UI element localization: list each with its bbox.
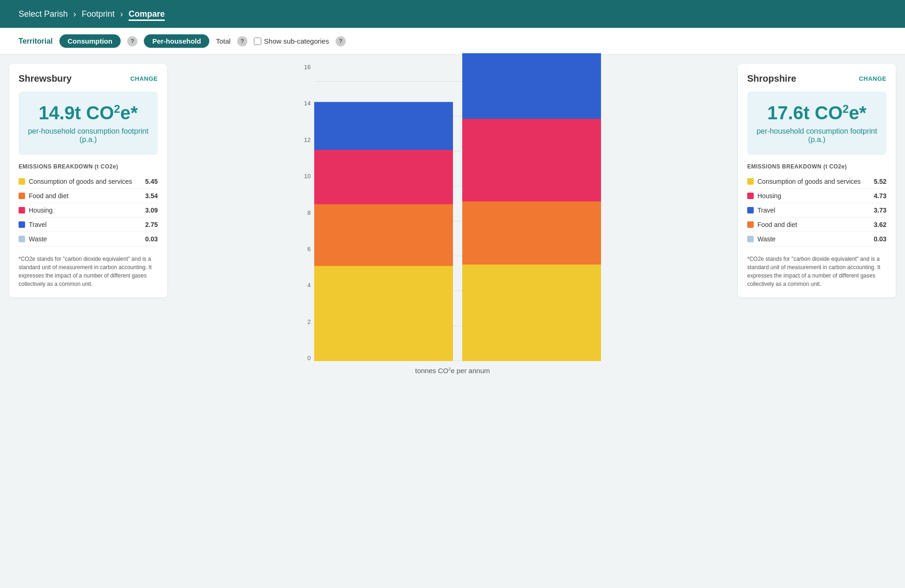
bar-segment bbox=[462, 53, 601, 118]
left-panel-title: Shrewsbury bbox=[19, 73, 71, 84]
emission-label: Waste bbox=[29, 235, 142, 243]
nav-compare[interactable]: Compare bbox=[129, 7, 165, 21]
right-footnote: *CO2e stands for "carbon dioxide equival… bbox=[747, 255, 886, 288]
left-change-link[interactable]: CHANGE bbox=[130, 75, 158, 82]
show-subcategories-checkbox[interactable] bbox=[254, 38, 261, 45]
consumption-help-icon[interactable]: ? bbox=[127, 36, 137, 46]
emission-value: 0.03 bbox=[874, 235, 886, 243]
color-swatch bbox=[747, 178, 754, 185]
left-footnote: *CO2e stands for "carbon dioxide equival… bbox=[19, 255, 158, 288]
y-axis-label: 12 bbox=[304, 137, 310, 143]
emission-label: Waste bbox=[757, 235, 870, 243]
emission-value: 5.52 bbox=[874, 178, 886, 185]
show-subcategories-area: Show sub-categories bbox=[254, 37, 329, 45]
bar-segment bbox=[462, 201, 601, 265]
emission-label: Food and diet bbox=[757, 221, 870, 228]
y-axis: 0246810121416 bbox=[304, 64, 314, 361]
nav-sep-2: › bbox=[120, 9, 123, 19]
color-swatch bbox=[747, 221, 754, 228]
right-co2-box: 17.6t CO2e* per-household consumption fo… bbox=[747, 91, 886, 155]
chart-wrapper: 0246810121416 bbox=[304, 64, 601, 361]
emission-value: 2.75 bbox=[145, 221, 158, 228]
list-item: Housing 3.09 bbox=[19, 203, 158, 218]
show-subcategories-label: Show sub-categories bbox=[264, 37, 329, 45]
chart-x-label: tonnes CO2e per annum bbox=[415, 367, 490, 375]
chart-area: 0246810121416 tonnes CO2e per annum bbox=[167, 64, 738, 375]
list-item: Food and diet 3.62 bbox=[747, 218, 886, 232]
bars-container bbox=[314, 64, 601, 361]
nav-footprint[interactable]: Footprint bbox=[82, 7, 115, 21]
y-axis-label: 0 bbox=[307, 355, 310, 361]
left-emissions-title: EMISSIONS BREAKDOWN (t CO2e) bbox=[19, 163, 158, 170]
main-content: Shrewsbury CHANGE 14.9t CO2e* per-househ… bbox=[0, 55, 905, 587]
consumption-button[interactable]: Consumption bbox=[59, 34, 121, 48]
emission-label: Housing bbox=[757, 192, 870, 200]
nav-select-parish[interactable]: Select Parish bbox=[19, 7, 68, 21]
color-swatch bbox=[747, 207, 754, 213]
right-co2-sub: per-household consumption footprint (p.a… bbox=[755, 127, 879, 144]
bar-stack bbox=[462, 53, 601, 361]
list-item: Travel 2.75 bbox=[19, 218, 158, 232]
nav-sep-1: › bbox=[73, 9, 76, 19]
emission-label: Consumption of goods and services bbox=[757, 178, 870, 185]
color-swatch bbox=[747, 193, 754, 199]
y-axis-label: 14 bbox=[304, 100, 310, 106]
emission-value: 0.03 bbox=[145, 235, 158, 243]
bar-segment bbox=[314, 266, 453, 361]
list-item: Waste 0.03 bbox=[19, 232, 158, 246]
y-axis-label: 8 bbox=[307, 210, 310, 216]
list-item: Food and diet 3.54 bbox=[19, 189, 158, 203]
y-axis-label: 6 bbox=[307, 246, 310, 252]
left-panel: Shrewsbury CHANGE 14.9t CO2e* per-househ… bbox=[9, 64, 167, 297]
emission-value: 4.73 bbox=[874, 192, 886, 200]
y-axis-label: 4 bbox=[307, 282, 310, 288]
bar-segment bbox=[314, 102, 453, 150]
emission-value: 5.45 bbox=[145, 178, 158, 185]
emission-label: Travel bbox=[757, 207, 870, 214]
bar-segment bbox=[462, 119, 601, 201]
bar-col bbox=[462, 64, 601, 361]
right-co2-value: 17.6t CO2e* bbox=[755, 103, 879, 123]
right-panel-title: Shropshire bbox=[747, 73, 796, 84]
y-axis-label: 16 bbox=[304, 64, 310, 70]
top-navigation: Select Parish › Footprint › Compare bbox=[0, 0, 905, 28]
emission-value: 3.62 bbox=[874, 221, 886, 228]
color-swatch bbox=[19, 236, 25, 242]
right-emissions-list: Consumption of goods and services 5.52 H… bbox=[747, 174, 886, 246]
bar-stack bbox=[314, 102, 453, 361]
color-swatch bbox=[19, 178, 25, 185]
emission-value: 3.09 bbox=[145, 207, 158, 214]
right-change-link[interactable]: CHANGE bbox=[859, 75, 886, 82]
left-co2-sub: per-household consumption footprint (p.a… bbox=[26, 127, 150, 144]
subcategories-help-icon[interactable]: ? bbox=[336, 36, 346, 46]
color-swatch bbox=[747, 236, 754, 242]
left-co2-value: 14.9t CO2e* bbox=[26, 103, 150, 123]
emission-label: Consumption of goods and services bbox=[29, 178, 142, 185]
list-item: Consumption of goods and services 5.52 bbox=[747, 174, 886, 189]
list-item: Housing 4.73 bbox=[747, 189, 886, 203]
emission-label: Travel bbox=[29, 221, 142, 228]
bar-segment bbox=[314, 150, 453, 204]
emission-value: 3.54 bbox=[145, 192, 158, 200]
y-axis-label: 10 bbox=[304, 173, 310, 179]
total-help-icon[interactable]: ? bbox=[237, 36, 247, 46]
right-panel: Shropshire CHANGE 17.6t CO2e* per-househ… bbox=[738, 64, 896, 297]
left-co2-box: 14.9t CO2e* per-household consumption fo… bbox=[19, 91, 158, 155]
emission-label: Housing bbox=[29, 207, 142, 214]
left-emissions-list: Consumption of goods and services 5.45 F… bbox=[19, 174, 158, 246]
y-axis-label: 2 bbox=[307, 319, 310, 325]
toolbar: Territorial Consumption ? Per-household … bbox=[0, 28, 905, 55]
list-item: Travel 3.73 bbox=[747, 203, 886, 218]
total-tab[interactable]: Total bbox=[216, 37, 231, 45]
bar-segment bbox=[314, 204, 453, 266]
right-emissions-title: EMISSIONS BREAKDOWN (t CO2e) bbox=[747, 163, 886, 170]
color-swatch bbox=[19, 207, 25, 213]
color-swatch bbox=[19, 193, 25, 199]
emission-value: 3.73 bbox=[874, 207, 886, 214]
per-household-button[interactable]: Per-household bbox=[144, 34, 209, 48]
bar-col bbox=[314, 64, 453, 361]
list-item: Waste 0.03 bbox=[747, 232, 886, 246]
color-swatch bbox=[19, 221, 25, 228]
territorial-tab[interactable]: Territorial bbox=[19, 37, 53, 45]
emission-label: Food and diet bbox=[29, 192, 142, 200]
